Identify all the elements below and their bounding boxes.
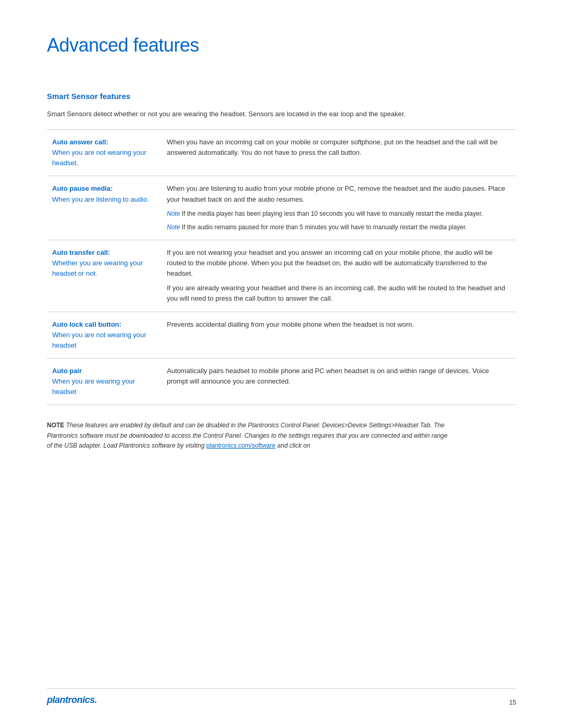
feature-description-cell: When you have an incoming call on your m…	[162, 130, 516, 176]
footer-page-number: 15	[509, 698, 516, 707]
table-row: Auto lock call button: When you are not …	[47, 312, 516, 358]
note-block: Note If the media player has been playin…	[167, 209, 511, 219]
feature-label-cell: Auto transfer call: Whether you are wear…	[47, 240, 162, 312]
note-text: If the media player has been playing les…	[182, 210, 483, 217]
intro-text: Smart Sensors detect whether or not you …	[47, 109, 454, 119]
feature-description-2: If you are already wearing your headset …	[167, 283, 511, 304]
feature-condition: When you are not wearing your headset.	[52, 149, 146, 167]
feature-label-cell: Auto pause media: When you are listening…	[47, 176, 162, 240]
feature-description-cell: If you are not wearing your headset and …	[162, 240, 516, 312]
feature-description-cell: Prevents accidental dialling from your m…	[162, 312, 516, 358]
note-bold-label: NOTE	[47, 422, 64, 429]
feature-condition: Whether you are wearing your headset or …	[52, 259, 143, 277]
section-header: Smart Sensor features Smart Sensors dete…	[47, 91, 516, 119]
table-row: Auto transfer call: Whether you are wear…	[47, 240, 516, 312]
footer: plantronics. 15	[47, 688, 516, 707]
feature-name: Auto pause media:	[52, 184, 113, 192]
note-after-link: and click on	[275, 442, 310, 449]
feature-label-cell: Auto answer call: When you are not weari…	[47, 130, 162, 176]
features-table: Auto answer call: When you are not weari…	[47, 129, 516, 405]
note-block: Note If the audio remains paused for mor…	[167, 223, 511, 232]
feature-condition: When you are wearing your headset	[52, 377, 135, 396]
page-title: Advanced features	[47, 31, 516, 59]
feature-name: Auto transfer call:	[52, 249, 110, 256]
feature-description: When you are listening to audio from you…	[167, 184, 505, 203]
table-row: Auto answer call: When you are not weari…	[47, 130, 516, 176]
feature-condition: When you are listening to audio.	[52, 195, 149, 203]
feature-description: When you have an incoming call on your m…	[167, 138, 498, 156]
feature-name: Auto lock call button:	[52, 320, 121, 328]
table-row: Auto pair When you are wearing your head…	[47, 359, 516, 405]
feature-label-cell: Auto lock call button: When you are not …	[47, 312, 162, 358]
table-row: Auto pause media: When you are listening…	[47, 176, 516, 240]
feature-description: Prevents accidental dialling from your m…	[167, 320, 414, 328]
note-text: If the audio remains paused for more tha…	[182, 224, 467, 231]
bottom-note: NOTE These features are enabled by defau…	[47, 421, 454, 451]
section-title: Smart Sensor features	[47, 91, 516, 103]
feature-label-cell: Auto pair When you are wearing your head…	[47, 359, 162, 405]
feature-description: Automatically pairs headset to mobile ph…	[167, 367, 489, 385]
feature-description: If you are not wearing your headset and …	[167, 248, 511, 279]
note-label: Note	[167, 224, 180, 231]
feature-description-cell: Automatically pairs headset to mobile ph…	[162, 359, 516, 405]
feature-condition: When you are not wearing your headset	[52, 331, 146, 349]
page: Advanced features Smart Sensor features …	[0, 0, 563, 728]
feature-name: Auto pair	[52, 367, 82, 375]
footer-logo: plantronics.	[47, 693, 97, 707]
feature-name: Auto answer call:	[52, 138, 108, 146]
note-label: Note	[167, 210, 180, 217]
plantronics-link[interactable]: plantronics.com/software	[206, 442, 276, 449]
feature-description-cell: When you are listening to audio from you…	[162, 176, 516, 240]
